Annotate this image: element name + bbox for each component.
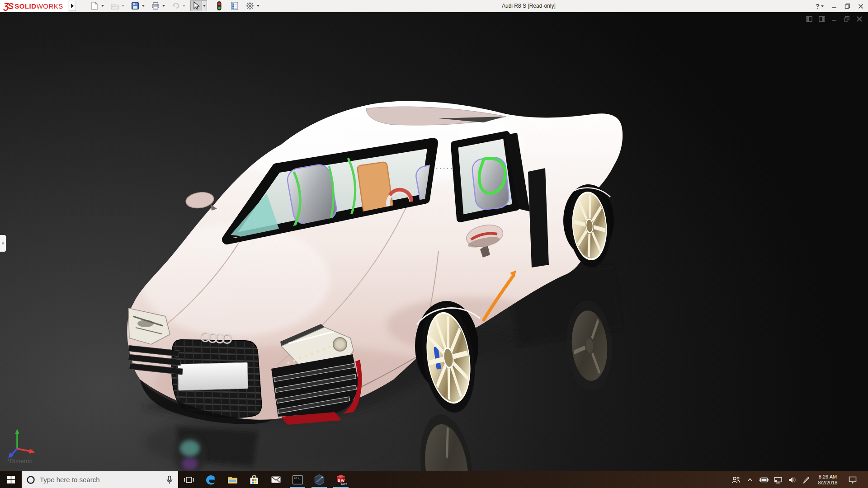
clock-date: 8/2/2018 [813, 480, 843, 486]
action-center-button[interactable] [843, 471, 863, 488]
print-dropdown[interactable] [161, 0, 166, 11]
taskbar-app-solidworks[interactable]: SW 2017 [330, 471, 352, 488]
cortana-icon [26, 475, 35, 484]
close-icon [858, 4, 863, 9]
file-properties-icon [230, 1, 239, 10]
triad-x-axis [29, 449, 35, 454]
side-mirror-far [185, 191, 217, 211]
flyout-arrow-icon [71, 4, 74, 8]
taskbar-app-edrawings[interactable] [308, 471, 330, 488]
people-icon [731, 476, 741, 484]
help-button[interactable]: ? [816, 2, 824, 10]
new-document-icon [90, 1, 99, 10]
graphics-viewport[interactable]: *Dimetric [0, 12, 868, 471]
microsoft-store-icon [249, 474, 259, 485]
svg-text:SW: SW [338, 479, 345, 483]
file-explorer-icon [227, 474, 238, 485]
search-placeholder: Type here to search [40, 476, 161, 483]
volume-icon [788, 476, 796, 483]
solidworks-logo-text: SOLIDWORKS [14, 2, 63, 10]
undo-dropdown[interactable] [182, 0, 187, 11]
select-tool-button[interactable] [190, 0, 202, 11]
pen-button[interactable] [799, 471, 813, 488]
tray-overflow-button[interactable] [743, 471, 757, 488]
doc-close-button[interactable] [856, 16, 863, 22]
undo-button[interactable] [170, 0, 182, 11]
rebuild-traffic-light-icon [216, 1, 222, 11]
doc-minimize-button[interactable] [831, 16, 838, 22]
titlebar: ƷS SOLIDWORKS [0, 0, 868, 12]
battery-button[interactable] [757, 471, 771, 488]
open-folder-icon [110, 1, 119, 10]
side-blade [528, 168, 549, 267]
window-title: Audi R8 S [Read-only] [502, 3, 556, 9]
options-dropdown[interactable] [256, 0, 261, 11]
save-floppy-icon [131, 1, 140, 10]
taskbar-app-mail[interactable] [265, 471, 287, 488]
network-button[interactable] [771, 471, 785, 488]
windows-taskbar: Type here to search C:\_ SW 2017 [0, 471, 868, 488]
task-view-icon [184, 475, 194, 485]
start-button[interactable] [0, 471, 22, 488]
svg-text:2017: 2017 [341, 483, 347, 486]
mail-icon [270, 474, 282, 485]
doc-restore-button[interactable] [844, 16, 850, 22]
open-dropdown[interactable] [121, 0, 126, 11]
pane-toggle-left-button[interactable] [806, 16, 813, 22]
file-properties-button[interactable] [229, 0, 241, 11]
action-center-icon [848, 476, 857, 484]
solidworks-logo-mark: ƷS [4, 2, 13, 10]
restore-button[interactable] [844, 3, 850, 9]
taskbar-app-command-prompt[interactable]: C:\_ [287, 471, 308, 488]
quick-access-toolbar [89, 0, 264, 11]
command-prompt-icon: C:\_ [292, 474, 303, 485]
rebuild-button[interactable] [213, 0, 225, 11]
battery-icon [759, 477, 769, 483]
save-dropdown[interactable] [141, 0, 146, 11]
license-plate [178, 362, 248, 390]
print-button[interactable] [150, 0, 161, 11]
options-button[interactable] [244, 0, 256, 11]
open-button[interactable] [109, 0, 121, 11]
select-cursor-icon [192, 1, 200, 10]
clock-time: 8:26 AM [813, 474, 843, 480]
solidworks-logo: ƷS SOLIDWORKS [0, 0, 68, 12]
model-audi-r8[interactable] [122, 90, 628, 488]
undo-icon [171, 1, 180, 10]
minimize-button[interactable] [831, 4, 837, 9]
minimize-icon [831, 4, 837, 9]
new-document-button[interactable] [89, 0, 100, 11]
select-tool-dropdown[interactable] [202, 0, 207, 11]
svg-text:C:\_: C:\_ [294, 477, 301, 480]
volume-button[interactable] [785, 471, 799, 488]
solidworks-2017-icon: SW 2017 [335, 474, 347, 486]
taskbar-search-box[interactable]: Type here to search [22, 471, 178, 488]
save-button[interactable] [129, 0, 141, 11]
options-gear-icon [245, 1, 255, 10]
task-view-button[interactable] [178, 471, 200, 488]
print-icon [151, 1, 160, 10]
new-document-dropdown[interactable] [100, 0, 105, 11]
windows-logo-icon [7, 476, 15, 483]
taskbar-empty-area [352, 471, 729, 488]
taskbar-app-store[interactable] [243, 471, 265, 488]
pane-toggle-right-button[interactable] [819, 16, 826, 22]
taskbar-app-edge[interactable] [200, 471, 222, 488]
taskbar-app-file-explorer[interactable] [222, 471, 243, 488]
network-icon [774, 476, 783, 483]
orientation-triad [7, 427, 40, 460]
triad-y-axis [15, 429, 19, 434]
microphone-icon[interactable] [165, 475, 174, 484]
people-button[interactable] [729, 471, 743, 488]
feature-manager-collapsed-tab[interactable] [0, 235, 6, 252]
close-button[interactable] [858, 4, 863, 9]
view-orientation-label: *Dimetric [7, 458, 32, 465]
window-controls: ? [816, 0, 863, 12]
document-window-controls [806, 16, 863, 22]
car-render [122, 90, 628, 488]
taskbar-clock[interactable]: 8:26 AM 8/2/2018 [813, 474, 843, 486]
toolbar-flyout-button[interactable] [69, 1, 76, 11]
desktop: { "window": { "title": "Audi R8 S [Read-… [0, 0, 868, 488]
help-dropdown-icon [821, 5, 824, 7]
edge-icon [205, 474, 217, 486]
